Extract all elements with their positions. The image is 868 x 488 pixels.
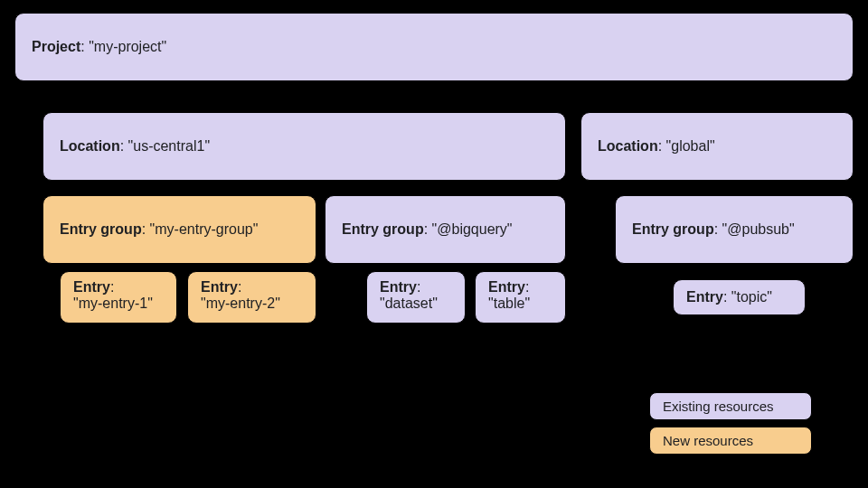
entry-group-pubsub-box: Entry group: "@pubsub" bbox=[615, 195, 854, 264]
entry-text: Entry:"my-entry-1" bbox=[73, 279, 153, 311]
entry-group-text: Entry group: "@bigquery" bbox=[342, 221, 513, 238]
legend-existing: Existing resources bbox=[649, 392, 812, 420]
entry-group-my-entry-group-box: Entry group: "my-entry-group" bbox=[42, 195, 316, 264]
location-text: Location: "us-central1" bbox=[60, 138, 210, 155]
location-global-box: Location: "global" bbox=[580, 112, 854, 181]
entry-table-box: Entry:"table" bbox=[475, 271, 566, 324]
entry-group-text: Entry group: "@pubsub" bbox=[632, 221, 795, 238]
entry-text: Entry: "topic" bbox=[686, 289, 772, 305]
entry-dataset-box: Entry:"dataset" bbox=[366, 271, 466, 324]
legend-new: New resources bbox=[649, 427, 812, 455]
entry-group-text: Entry group: "my-entry-group" bbox=[60, 221, 258, 238]
entry-text: Entry:"my-entry-2" bbox=[201, 279, 280, 311]
project-box: Project: "my-project" bbox=[14, 13, 854, 81]
entry-text: Entry:"dataset" bbox=[380, 279, 438, 311]
location-text: Location: "global" bbox=[598, 138, 715, 155]
project-text: Project: "my-project" bbox=[32, 39, 166, 55]
location-us-central1-box: Location: "us-central1" bbox=[42, 112, 566, 181]
entry-text: Entry:"table" bbox=[488, 279, 530, 311]
entry-topic-box: Entry: "topic" bbox=[673, 279, 806, 315]
entry-my-entry-2-box: Entry:"my-entry-2" bbox=[187, 271, 316, 324]
entry-group-bigquery-box: Entry group: "@bigquery" bbox=[325, 195, 566, 264]
entry-my-entry-1-box: Entry:"my-entry-1" bbox=[60, 271, 177, 324]
